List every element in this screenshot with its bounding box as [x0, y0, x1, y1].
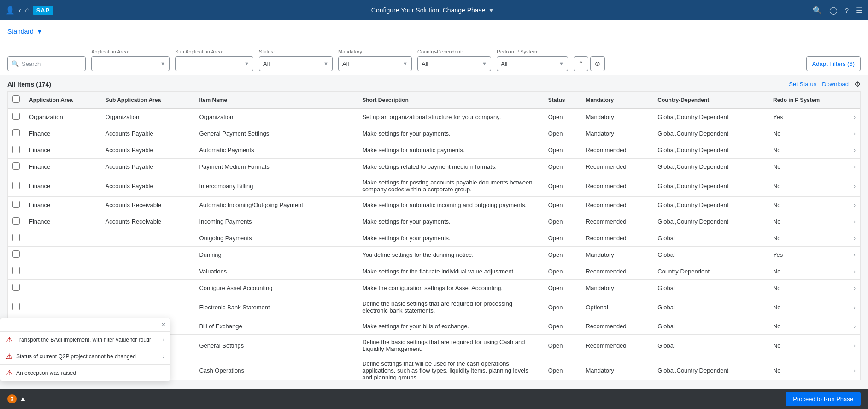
- table-row[interactable]: Electronic Bank Statement Define the bas…: [8, 296, 860, 318]
- table-row[interactable]: Dunning You define settings for the dunn…: [8, 247, 860, 263]
- row-checkbox[interactable]: [12, 234, 20, 241]
- row-arrow[interactable]: ›: [849, 247, 860, 263]
- row-checkbox-cell[interactable]: [8, 142, 24, 159]
- application-area-dropdown[interactable]: ▼: [91, 56, 170, 71]
- search-field-icon: 🔍: [12, 60, 19, 67]
- col-header-redo: Redo in P System: [768, 92, 849, 108]
- country-dependent-dropdown[interactable]: All ▼: [417, 56, 491, 71]
- mandatory-value: All: [342, 60, 349, 67]
- row-checkbox[interactable]: [12, 217, 20, 225]
- row-arrow[interactable]: ›: [849, 318, 860, 335]
- row-checkbox[interactable]: [12, 303, 20, 310]
- row-checkbox[interactable]: [12, 146, 20, 153]
- table-row[interactable]: Configure Asset Accounting Make the conf…: [8, 280, 860, 296]
- user-icon[interactable]: 👤: [6, 6, 15, 15]
- nav-left: 👤 ‹ ⌂ SAP: [6, 6, 53, 15]
- row-arrow[interactable]: ›: [849, 142, 860, 159]
- table-row[interactable]: Finance Accounts Payable Payment Medium …: [8, 159, 860, 175]
- row-checkbox[interactable]: [12, 113, 20, 120]
- table-row[interactable]: Valuations Make settings for the flat-ra…: [8, 263, 860, 280]
- cell-short-desc: Define the basic settings that are requi…: [358, 335, 544, 356]
- row-checkbox-cell[interactable]: [8, 125, 24, 142]
- row-arrow[interactable]: ›: [849, 159, 860, 175]
- menu-icon[interactable]: ☰: [856, 6, 862, 15]
- cell-app-area: Finance: [24, 159, 101, 175]
- row-checkbox[interactable]: [12, 129, 20, 136]
- table-settings-icon[interactable]: ⚙: [854, 80, 861, 89]
- row-checkbox-cell[interactable]: [8, 230, 24, 247]
- redo-dropdown[interactable]: All ▼: [497, 56, 568, 71]
- row-checkbox[interactable]: [12, 250, 20, 258]
- row-checkbox-cell[interactable]: [8, 247, 24, 263]
- notification-item-3[interactable]: ⚠ An exception was raised: [0, 364, 170, 380]
- row-checkbox-cell[interactable]: [8, 159, 24, 175]
- sub-application-area-dropdown[interactable]: ▼: [175, 56, 253, 71]
- cell-country-dep: Global,Country Dependent: [653, 142, 768, 159]
- standard-dropdown[interactable]: Standard ▼: [7, 28, 43, 35]
- select-all-checkbox[interactable]: [12, 95, 20, 103]
- filter-bar: 🔍 Search Application Area: ▼ Sub Applica…: [0, 42, 868, 75]
- cell-redo: No: [768, 125, 849, 142]
- notification-item-2[interactable]: ⚠ Status of current Q2P project cannot b…: [0, 348, 170, 364]
- back-icon[interactable]: ‹: [18, 6, 21, 15]
- row-checkbox-cell[interactable]: [8, 175, 24, 197]
- cell-mandatory: Recommended: [581, 318, 653, 335]
- status-label: Status:: [259, 49, 333, 54]
- row-checkbox[interactable]: [12, 162, 20, 170]
- cell-app-area: Finance: [24, 197, 101, 213]
- cell-status: Open: [544, 213, 581, 230]
- cell-redo: Yes: [768, 247, 849, 263]
- home-icon[interactable]: ⌂: [25, 6, 29, 14]
- table-row[interactable]: Finance Accounts Payable General Payment…: [8, 125, 860, 142]
- row-arrow[interactable]: ›: [849, 213, 860, 230]
- notification-item-1[interactable]: ⚠ Transport the BAdI implement. with fil…: [0, 331, 170, 348]
- row-checkbox-cell[interactable]: [8, 280, 24, 296]
- search-icon[interactable]: 🔍: [813, 6, 822, 15]
- table-row[interactable]: Finance Accounts Payable Intercompany Bi…: [8, 175, 860, 197]
- cell-mandatory: Mandatory: [581, 108, 653, 125]
- notifications-icon[interactable]: ◯: [829, 6, 838, 15]
- cell-country-dep: Global: [653, 280, 768, 296]
- table-row[interactable]: Organization Organization Organization S…: [8, 108, 860, 125]
- row-checkbox-cell[interactable]: [8, 263, 24, 280]
- row-arrow[interactable]: ›: [849, 335, 860, 356]
- row-arrow[interactable]: ›: [849, 197, 860, 213]
- mandatory-dropdown[interactable]: All ▼: [338, 56, 412, 71]
- search-input[interactable]: 🔍 Search: [7, 56, 86, 71]
- collapse-filter-icon[interactable]: ⌃: [574, 56, 588, 71]
- row-arrow[interactable]: ›: [849, 175, 860, 197]
- table-row[interactable]: Finance Accounts Payable Automatic Payme…: [8, 142, 860, 159]
- notification-close-icon[interactable]: ✕: [161, 321, 166, 328]
- filter-settings-icon[interactable]: ⊙: [590, 56, 605, 71]
- table-row[interactable]: Finance Accounts Receivable Incoming Pay…: [8, 213, 860, 230]
- row-checkbox-cell[interactable]: [8, 213, 24, 230]
- row-checkbox[interactable]: [12, 284, 20, 291]
- help-icon[interactable]: ?: [845, 6, 849, 14]
- row-arrow[interactable]: ›: [849, 263, 860, 280]
- row-arrow[interactable]: ›: [849, 230, 860, 247]
- status-group: Status: All ▼: [259, 49, 333, 71]
- select-all-header[interactable]: [8, 92, 24, 108]
- table-row[interactable]: Outgoing Payments Make settings for your…: [8, 230, 860, 247]
- adapt-filters-button[interactable]: Adapt Filters (6): [806, 56, 861, 71]
- row-checkbox-cell[interactable]: [8, 296, 24, 318]
- row-arrow[interactable]: ›: [849, 356, 860, 381]
- row-arrow[interactable]: ›: [849, 280, 860, 296]
- status-dropdown[interactable]: All ▼: [259, 56, 333, 71]
- cell-status: Open: [544, 142, 581, 159]
- row-arrow[interactable]: ›: [849, 108, 860, 125]
- table-row[interactable]: Finance Accounts Receivable Automatic In…: [8, 197, 860, 213]
- set-status-button[interactable]: Set Status: [789, 81, 816, 88]
- notification-text-2: Status of current Q2P project cannot be …: [16, 353, 159, 360]
- row-checkbox[interactable]: [12, 201, 20, 208]
- row-checkbox-cell[interactable]: [8, 108, 24, 125]
- row-checkbox-cell[interactable]: [8, 197, 24, 213]
- row-checkbox[interactable]: [12, 267, 20, 274]
- download-button[interactable]: Download: [822, 81, 849, 88]
- row-arrow[interactable]: ›: [849, 296, 860, 318]
- cell-mandatory: Mandatory: [581, 125, 653, 142]
- cell-status: Open: [544, 280, 581, 296]
- row-checkbox[interactable]: [12, 182, 20, 189]
- row-arrow[interactable]: ›: [849, 125, 860, 142]
- cell-mandatory: Mandatory: [581, 280, 653, 296]
